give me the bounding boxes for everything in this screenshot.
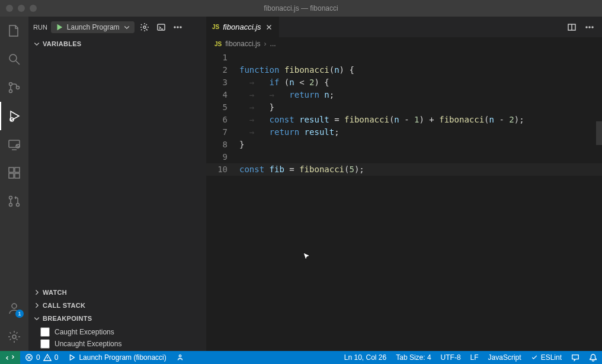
account-badge: 1 — [15, 310, 24, 318]
watch-section: WATCH — [28, 286, 206, 299]
code-line[interactable]: 8} — [206, 138, 602, 151]
svg-rect-8 — [15, 167, 20, 172]
breadcrumb-more: ... — [270, 40, 276, 48]
remote-explorer-icon[interactable] — [0, 130, 28, 159]
settings-gear-icon[interactable] — [0, 323, 28, 351]
check-icon — [531, 354, 538, 361]
code-line[interactable]: 3 → if (n < 2) { — [206, 76, 602, 89]
search-icon[interactable] — [0, 45, 28, 73]
line-number: 8 — [206, 138, 239, 151]
chevron-down-icon — [33, 315, 40, 322]
svg-point-24 — [592, 27, 593, 28]
code-line[interactable]: 10const fib = fibonacci(5); — [206, 163, 602, 176]
breadcrumb[interactable]: JS fibonacci.js › ... — [206, 37, 602, 50]
tab-filename: fibonacci.js — [223, 22, 261, 31]
close-window-icon[interactable] — [6, 5, 13, 12]
caught-exceptions-item[interactable]: Caught Exceptions — [28, 326, 206, 338]
chevron-down-icon — [33, 40, 40, 47]
svg-point-16 — [143, 26, 146, 28]
svg-point-26 — [179, 355, 181, 357]
eol[interactable]: LF — [466, 351, 483, 364]
svg-point-12 — [9, 204, 12, 207]
source-control-icon[interactable] — [0, 73, 28, 102]
caught-exceptions-checkbox[interactable] — [40, 327, 50, 337]
line-number: 6 — [206, 114, 239, 126]
account-icon[interactable]: 1 — [0, 294, 28, 323]
window-title: fibonacci.js — fibonacci — [264, 4, 338, 12]
svg-point-2 — [9, 90, 12, 93]
maximize-window-icon[interactable] — [30, 5, 37, 12]
launch-config-select[interactable]: Launch Program — [51, 21, 135, 33]
status-bar: 0 0 Launch Program (fibonacci) Ln 10, Co… — [0, 351, 602, 364]
variables-header[interactable]: VARIABLES — [28, 37, 206, 50]
uncaught-exceptions-item[interactable]: Uncaught Exceptions — [28, 338, 206, 350]
debug-settings-gear-icon[interactable] — [138, 21, 151, 34]
run-header: RUN Launch Program — [28, 17, 206, 37]
svg-point-11 — [9, 197, 12, 199]
remote-indicator[interactable] — [0, 351, 20, 364]
svg-point-14 — [12, 304, 17, 308]
code-line[interactable]: 6 → const result = fibonacci(n - 1) + fi… — [206, 114, 602, 126]
line-number: 10 — [206, 163, 239, 176]
svg-point-15 — [12, 335, 16, 339]
editor-tab[interactable]: JS fibonacci.js — [206, 17, 280, 37]
more-icon[interactable] — [171, 21, 184, 34]
svg-point-18 — [174, 27, 175, 28]
minimap[interactable] — [596, 50, 602, 169]
github-pr-icon[interactable] — [0, 187, 28, 215]
code-line[interactable]: 4 → → return n; — [206, 89, 602, 101]
live-share-icon[interactable] — [171, 351, 189, 364]
debug-console-icon[interactable] — [155, 21, 168, 34]
debug-launch-status[interactable]: Launch Program (fibonacci) — [63, 351, 171, 364]
watch-header[interactable]: WATCH — [28, 286, 206, 299]
js-file-icon: JS — [214, 41, 222, 47]
breakpoints-header[interactable]: BREAKPOINTS — [28, 312, 206, 325]
explorer-icon[interactable] — [0, 17, 28, 45]
editor-area: JS fibonacci.js JS fibonacci.js › ... 12… — [206, 17, 602, 351]
code-editor[interactable]: 12function fibonacci(n) {3 → if (n < 2) … — [206, 50, 602, 176]
variables-section: VARIABLES — [28, 37, 206, 286]
split-editor-icon[interactable] — [565, 21, 578, 34]
minimize-window-icon[interactable] — [18, 5, 25, 12]
code-line[interactable]: 1 — [206, 51, 602, 64]
play-icon — [55, 23, 63, 31]
svg-point-1 — [9, 83, 12, 86]
line-number: 4 — [206, 89, 239, 101]
breakpoints-section: BREAKPOINTS Caught Exceptions Uncaught E… — [28, 312, 206, 351]
cursor-position[interactable]: Ln 10, Col 26 — [340, 351, 391, 364]
breadcrumb-separator-icon: › — [264, 40, 267, 48]
svg-point-22 — [586, 27, 587, 28]
window-controls[interactable] — [6, 5, 37, 12]
error-icon — [25, 353, 33, 362]
tab-bar: JS fibonacci.js — [206, 17, 602, 37]
svg-point-23 — [589, 27, 590, 28]
line-number: 9 — [206, 151, 239, 163]
notifications-icon[interactable] — [584, 351, 602, 364]
callstack-header[interactable]: CALL STACK — [28, 299, 206, 312]
breadcrumb-file: fibonacci.js — [225, 40, 260, 48]
code-line[interactable]: 5 → } — [206, 101, 602, 114]
feedback-icon[interactable] — [566, 351, 584, 364]
svg-rect-10 — [15, 173, 20, 178]
run-debug-icon[interactable] — [0, 102, 28, 130]
code-line[interactable]: 7 → return result; — [206, 126, 602, 138]
encoding[interactable]: UTF-8 — [436, 351, 466, 364]
editor-more-icon[interactable] — [583, 21, 596, 34]
tab-size[interactable]: Tab Size: 4 — [391, 351, 436, 364]
code-line[interactable]: 9 — [206, 151, 602, 163]
close-tab-icon[interactable] — [265, 23, 273, 31]
run-label: RUN — [33, 24, 47, 31]
eslint-status[interactable]: ESLint — [526, 351, 566, 364]
svg-rect-9 — [9, 173, 14, 178]
minimap-slider[interactable] — [596, 121, 602, 145]
activity-bar: 1 — [0, 17, 28, 351]
chevron-right-icon — [33, 302, 40, 309]
extensions-icon[interactable] — [0, 159, 28, 187]
uncaught-exceptions-checkbox[interactable] — [40, 339, 50, 349]
language-mode[interactable]: JavaScript — [483, 351, 526, 364]
code-line[interactable]: 2function fibonacci(n) { — [206, 64, 602, 76]
problems-indicator[interactable]: 0 0 — [20, 351, 63, 364]
js-file-icon: JS — [212, 24, 219, 30]
launch-config-name: Launch Program — [67, 23, 120, 31]
svg-point-3 — [17, 86, 20, 89]
